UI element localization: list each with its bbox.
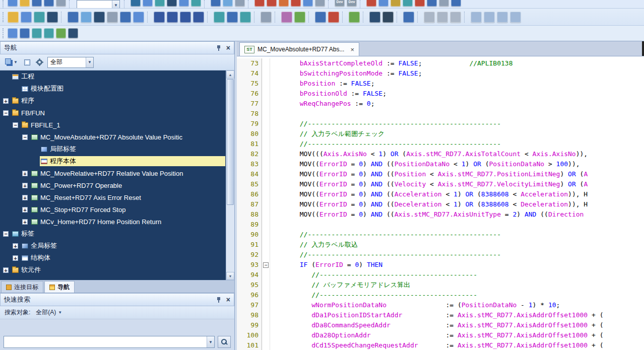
- tree-item[interactable]: 模块配置图: [0, 83, 234, 95]
- toolbar-icon[interactable]: [56, 28, 66, 38]
- toolbar-icon[interactable]: [214, 12, 225, 23]
- pin-icon[interactable]: [216, 45, 221, 51]
- toolbar-grip[interactable]: [3, 12, 5, 22]
- toolbar-icon[interactable]: [403, 12, 414, 23]
- toolbar-icon[interactable]: [8, 28, 18, 38]
- toolbar-icon[interactable]: [439, 0, 449, 7]
- tree-expand-toggle[interactable]: +: [22, 183, 28, 188]
- toolbar-icon[interactable]: [155, 0, 165, 7]
- toolbar-icon[interactable]: [235, 0, 245, 7]
- st-code-editor[interactable]: 73 bAxisStartCompleteOld := FALSE; //APL…: [237, 56, 644, 350]
- scroll-down-icon[interactable]: ▼: [226, 272, 234, 280]
- tree-expand-toggle[interactable]: −: [13, 122, 18, 128]
- toolbar-grip[interactable]: [3, 28, 5, 38]
- toolbar-icon[interactable]: [450, 12, 461, 23]
- tree-item[interactable]: +结构体: [0, 252, 234, 264]
- collapse-all-button[interactable]: [23, 57, 32, 68]
- tree-item[interactable]: 局部标签: [0, 143, 234, 155]
- search-target-dropdown[interactable]: 全部(A) ▼: [34, 307, 64, 318]
- toolbar-icon[interactable]: Dev: [335, 0, 345, 7]
- toolbar-icon[interactable]: [427, 0, 437, 7]
- tree-item[interactable]: +全局标签: [0, 240, 234, 252]
- tree-expand-toggle[interactable]: +: [22, 195, 28, 200]
- toolbar-icon[interactable]: [131, 0, 141, 7]
- toolbar-icon[interactable]: [403, 0, 413, 7]
- toolbar-icon[interactable]: [81, 12, 92, 23]
- toolbar-icon[interactable]: [223, 0, 233, 7]
- toolbar-icon[interactable]: [154, 12, 165, 23]
- toolbar-icon[interactable]: [167, 0, 177, 7]
- tree-expand-toggle[interactable]: −: [22, 134, 28, 140]
- chevron-down-icon[interactable]: ▼: [112, 1, 119, 9]
- tree-filter-combo[interactable]: 全部 ▼: [47, 57, 94, 68]
- toolbar-icon[interactable]: [20, 0, 30, 7]
- fold-toggle[interactable]: −: [263, 262, 269, 268]
- toolbar-icon[interactable]: [279, 0, 289, 7]
- tree-item[interactable]: +MC_Reset+RD77 Axis Error Reset: [0, 191, 234, 203]
- toolbar-icon[interactable]: [8, 0, 18, 7]
- tree-expand-toggle[interactable]: +: [3, 267, 9, 273]
- tree-expand-toggle[interactable]: +: [3, 98, 9, 104]
- tree-item[interactable]: +软元件: [0, 264, 234, 276]
- editor-tab[interactable]: ST MC_MoveAbsolute+RD77 Abs... ×: [239, 42, 359, 56]
- toolbar-icon[interactable]: [211, 0, 221, 7]
- toolbar-icon[interactable]: [484, 12, 495, 23]
- toolbar-icon[interactable]: [267, 0, 277, 7]
- tree-item[interactable]: +MCv_Home+RD77 Home Position Return: [0, 216, 234, 228]
- toolbar-icon[interactable]: [21, 12, 32, 23]
- toolbar-icon[interactable]: [261, 12, 272, 23]
- toolbar-grip[interactable]: [3, 0, 5, 9]
- toolbar-icon[interactable]: [471, 12, 482, 23]
- toolbar-icon[interactable]: [68, 12, 79, 23]
- close-icon[interactable]: ×: [226, 44, 230, 51]
- settings-button[interactable]: [35, 57, 44, 68]
- toolbar-icon[interactable]: [179, 0, 189, 7]
- toolbar-icon[interactable]: [391, 0, 401, 7]
- toolbar-icon[interactable]: [8, 12, 19, 23]
- toolbar-icon[interactable]: [47, 12, 58, 23]
- tree-item[interactable]: 程序本体: [0, 155, 234, 167]
- tree-item[interactable]: +MC_Power+RD77 Operable: [0, 179, 234, 191]
- chevron-down-icon[interactable]: ▼: [86, 57, 93, 67]
- close-icon[interactable]: ×: [226, 296, 230, 303]
- tree-item[interactable]: +MC_Stop+RD77 Forced Stop: [0, 203, 234, 216]
- tree-expand-toggle[interactable]: −: [3, 231, 9, 237]
- chevron-down-icon[interactable]: ▼: [207, 336, 214, 347]
- toolbar-icon[interactable]: [44, 0, 54, 7]
- toolbar-icon[interactable]: [133, 12, 144, 23]
- tree-item[interactable]: 工程: [0, 71, 234, 83]
- toolbar-icon[interactable]: [281, 12, 292, 23]
- tree-item[interactable]: −FBFILE_1: [0, 119, 234, 131]
- toolbar-icon[interactable]: [193, 12, 204, 23]
- toolbar-icon[interactable]: [254, 0, 265, 7]
- toolbar-icon[interactable]: [366, 0, 376, 7]
- toolbar-icon[interactable]: [120, 12, 131, 23]
- toolbar-icon[interactable]: [437, 12, 448, 23]
- toolbar-icon[interactable]: [303, 0, 313, 7]
- toolbar-icon[interactable]: [369, 12, 380, 23]
- search-input[interactable]: [4, 336, 207, 347]
- search-combo[interactable]: ▼: [4, 336, 215, 348]
- toolbar-icon[interactable]: [68, 28, 78, 38]
- tree-item[interactable]: +程序: [0, 95, 234, 107]
- toolbar-icon[interactable]: [328, 12, 339, 23]
- tab-close-icon[interactable]: ×: [350, 46, 354, 53]
- tree-expand-toggle[interactable]: +: [22, 219, 28, 225]
- toolbar-icon[interactable]: [382, 12, 394, 23]
- toolbar-icon[interactable]: [315, 12, 326, 23]
- toolbar-icon[interactable]: [34, 12, 45, 23]
- toolbar-icon[interactable]: [451, 0, 461, 7]
- display-mode-button[interactable]: ▼: [4, 57, 19, 68]
- toolbar-combo[interactable]: ▼: [77, 0, 120, 9]
- toolbar-icon[interactable]: [497, 12, 508, 23]
- toolbar-icon[interactable]: [94, 12, 105, 23]
- toolbar-icon[interactable]: [424, 12, 435, 23]
- toolbar-icon[interactable]: [415, 0, 425, 7]
- toolbar-icon[interactable]: [315, 0, 325, 7]
- toolbar-icon[interactable]: [20, 28, 30, 38]
- tree-item[interactable]: −FB/FUN: [0, 107, 234, 119]
- toolbar-icon[interactable]: [32, 28, 42, 38]
- scroll-up-icon[interactable]: ▲: [226, 71, 234, 79]
- tree-expand-toggle[interactable]: −: [3, 110, 9, 116]
- tree-item[interactable]: +MC_MoveRelative+RD77 Relative Value Pos…: [0, 167, 234, 179]
